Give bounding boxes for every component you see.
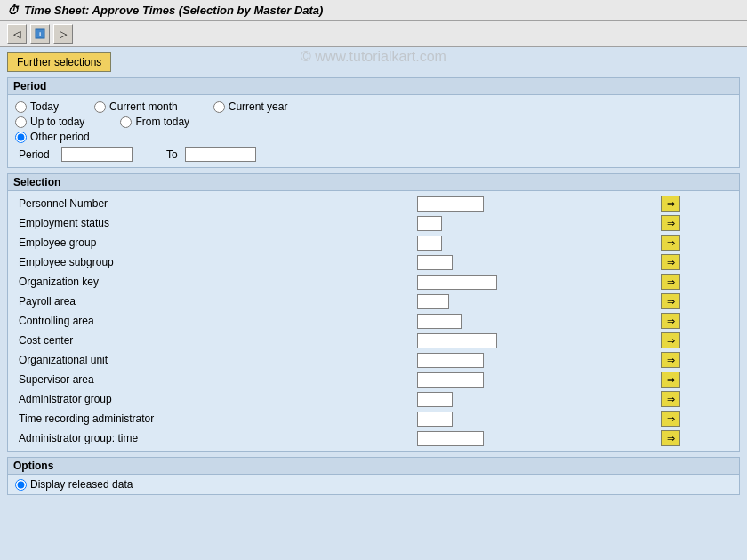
arrow-button-8[interactable]: ⇒ [661, 352, 680, 368]
radio-up-to-today-label: Up to today [30, 116, 84, 128]
radio-up-to-today[interactable]: Up to today [15, 116, 84, 128]
field-label-11: Time recording administrator [15, 409, 414, 428]
field-label-8: Organizational unit [15, 350, 414, 370]
arrow-button-3[interactable]: ⇒ [661, 254, 680, 270]
arrow-button-7[interactable]: ⇒ [661, 332, 680, 348]
radio-today-input[interactable] [15, 101, 27, 113]
field-label-12: Administrator group: time [15, 428, 414, 448]
field-label-4: Organization key [15, 272, 414, 292]
period-header: Period [8, 78, 739, 95]
arrow-cell-10: ⇒ [657, 389, 732, 409]
period-section: Period Today Current month Current year [7, 77, 740, 168]
table-row: Payroll area⇒ [15, 292, 732, 311]
field-label-9: Supervisor area [15, 370, 414, 389]
field-input-12[interactable] [417, 431, 484, 446]
radio-current-year-input[interactable] [213, 101, 225, 113]
options-header: Options [8, 458, 739, 475]
arrow-button-5[interactable]: ⇒ [661, 293, 680, 309]
table-row: Cost center⇒ [15, 331, 732, 350]
back-button[interactable]: ◁ [7, 24, 27, 44]
table-row: Controlling area⇒ [15, 311, 732, 331]
title-bar: ⏱ Time Sheet: Approve Times (Selection b… [0, 0, 747, 21]
arrow-cell-7: ⇒ [657, 331, 732, 350]
radio-display-released-input[interactable] [15, 479, 27, 491]
field-input-3[interactable] [417, 255, 453, 270]
arrow-cell-11: ⇒ [657, 409, 732, 428]
arrow-cell-6: ⇒ [657, 311, 732, 331]
arrow-button-4[interactable]: ⇒ [661, 274, 680, 290]
field-input-1[interactable] [417, 216, 442, 231]
radio-display-released[interactable]: Display released data [15, 478, 133, 491]
field-input-10[interactable] [417, 392, 453, 407]
page-title: Time Sheet: Approve Times (Selection by … [24, 4, 323, 17]
period-to-input[interactable] [185, 147, 256, 162]
arrow-cell-4: ⇒ [657, 272, 732, 292]
radio-display-released-label: Display released data [30, 478, 133, 491]
radio-current-year[interactable]: Current year [213, 100, 288, 113]
table-row: Supervisor area⇒ [15, 370, 732, 389]
field-input-cell-3 [414, 252, 657, 272]
arrow-button-2[interactable]: ⇒ [661, 235, 680, 251]
arrow-button-12[interactable]: ⇒ [661, 430, 680, 446]
field-input-2[interactable] [417, 236, 442, 251]
field-input-cell-12 [414, 428, 657, 448]
radio-current-year-label: Current year [229, 100, 288, 113]
arrow-cell-5: ⇒ [657, 292, 732, 311]
radio-other-period-label: Other period [30, 131, 90, 143]
field-input-cell-6 [414, 311, 657, 331]
main-content: Further selections Period Today Current … [0, 47, 747, 500]
field-label-3: Employee subgroup [15, 252, 414, 272]
radio-from-today[interactable]: From today [120, 116, 189, 128]
arrow-button-0[interactable]: ⇒ [661, 196, 680, 212]
field-label-5: Payroll area [15, 292, 414, 311]
table-row: Organizational unit⇒ [15, 350, 732, 370]
field-input-8[interactable] [417, 353, 484, 368]
field-input-cell-4 [414, 272, 657, 292]
field-input-cell-2 [414, 233, 657, 252]
field-input-cell-8 [414, 350, 657, 370]
period-row-2: Up to today From today [15, 116, 732, 128]
options-body: Display released data [8, 475, 739, 494]
arrow-cell-12: ⇒ [657, 428, 732, 448]
radio-from-today-input[interactable] [120, 116, 132, 128]
field-input-6[interactable] [417, 314, 462, 329]
selection-header: Selection [8, 174, 739, 191]
svg-text:i: i [39, 30, 41, 38]
field-input-cell-9 [414, 370, 657, 389]
field-input-11[interactable] [417, 412, 453, 427]
table-row: Organization key⇒ [15, 272, 732, 292]
arrow-button-9[interactable]: ⇒ [661, 372, 680, 388]
radio-other-period-input[interactable] [15, 132, 27, 143]
radio-today[interactable]: Today [15, 100, 59, 113]
radio-current-month-input[interactable] [94, 101, 106, 113]
arrow-button-10[interactable]: ⇒ [661, 391, 680, 407]
period-row-3: Other period [15, 131, 732, 143]
table-row: Employee group⇒ [15, 233, 732, 252]
period-from-input[interactable] [61, 147, 133, 162]
field-input-cell-11 [414, 409, 657, 428]
field-input-5[interactable] [417, 294, 449, 309]
field-label-10: Administrator group [15, 389, 414, 409]
field-input-9[interactable] [417, 372, 484, 388]
radio-from-today-label: From today [135, 116, 189, 128]
arrow-button-1[interactable]: ⇒ [661, 215, 680, 231]
field-input-7[interactable] [417, 333, 497, 348]
field-input-cell-0 [414, 194, 657, 213]
field-input-4[interactable] [417, 275, 497, 290]
arrow-cell-1: ⇒ [657, 213, 732, 233]
info-button[interactable]: i [30, 24, 50, 44]
further-selections-button[interactable]: Further selections [7, 52, 111, 72]
field-input-cell-5 [414, 292, 657, 311]
table-row: Personnel Number⇒ [15, 194, 732, 213]
arrow-cell-3: ⇒ [657, 252, 732, 272]
arrow-cell-8: ⇒ [657, 350, 732, 370]
forward-button[interactable]: ▷ [53, 24, 73, 44]
field-input-0[interactable] [417, 196, 484, 212]
arrow-button-6[interactable]: ⇒ [661, 313, 680, 329]
radio-up-to-today-input[interactable] [15, 116, 27, 128]
radio-other-period[interactable]: Other period [15, 131, 90, 143]
radio-current-month[interactable]: Current month [94, 100, 178, 113]
arrow-button-11[interactable]: ⇒ [661, 411, 680, 427]
radio-today-label: Today [30, 100, 59, 113]
selection-section: Selection Personnel Number⇒Employment st… [7, 173, 740, 452]
